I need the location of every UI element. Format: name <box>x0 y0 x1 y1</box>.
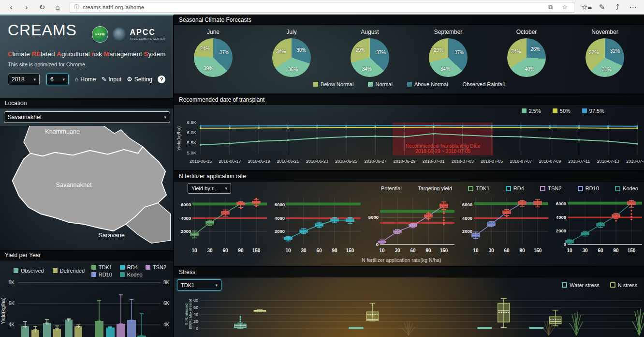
pie-slice-label: 31% <box>600 67 614 72</box>
legend-swatch <box>610 282 615 288</box>
legend-item-n-stress[interactable]: N stress <box>610 282 637 288</box>
svg-text:0 : No stressed: 0 : No stressed <box>185 304 188 325</box>
svg-text:60: 60 <box>504 248 510 253</box>
svg-text:6.5K: 6.5K <box>187 120 196 125</box>
pie-july[interactable]: 30%36%34% <box>272 38 311 77</box>
web-note-pen-icon[interactable]: ✎ <box>595 0 609 14</box>
legend-item-below-normal[interactable]: Below Normal <box>313 81 353 87</box>
svg-text:2018-07-09: 2018-07-09 <box>539 159 561 164</box>
pie-june[interactable]: 37%39%24% <box>194 38 233 77</box>
location-select[interactable]: Savannakhet ▾ <box>4 111 170 123</box>
legend-item-normal[interactable]: Normal <box>368 81 392 87</box>
browser-home-icon[interactable]: ⌂ <box>50 0 65 14</box>
pie-slice-label: 26% <box>528 46 542 52</box>
nav-item-home[interactable]: ⌂Home <box>75 76 96 83</box>
pie-slice-label: 24% <box>198 46 212 51</box>
legend-item-97-5-[interactable]: 97.5% <box>582 108 604 114</box>
legend-item-tdk1[interactable]: TDK1 <box>91 264 112 270</box>
svg-text:2018-06-15: 2018-06-15 <box>190 159 212 164</box>
pie-october[interactable]: 26%40%34% <box>507 38 546 77</box>
svg-text:0: 0 <box>196 326 198 331</box>
share-icon[interactable]: ⤴ <box>610 0 625 14</box>
pie-slice-label: 37% <box>452 50 467 55</box>
fert-chart-rd4[interactable]: 20004000600010306090150 <box>269 194 363 258</box>
yield-per-year-chart[interactable]: 8K8K6K6K4K4KYield(kg/ha) <box>0 280 173 337</box>
nav-item-setting[interactable]: ⚙Setting <box>127 76 152 83</box>
legend-item-tsn2[interactable]: TSN2 <box>540 185 561 191</box>
svg-text:2018-06-29 ~ 2018-07-05: 2018-06-29 ~ 2018-07-05 <box>415 149 470 154</box>
help-button[interactable]: ? <box>158 76 165 83</box>
refresh-icon[interactable]: ↻ <box>35 0 49 14</box>
legend-item-kodeo[interactable]: Kodeo <box>615 185 638 191</box>
fert-chart-tsn2[interactable]: 0500010306090150 <box>363 194 456 258</box>
favorite-star-icon[interactable]: ☆ <box>559 2 570 12</box>
map-label-saravane: Saravane <box>99 232 125 239</box>
pie-month-label: November <box>566 29 644 35</box>
legend-item-50-[interactable]: 50% <box>553 108 571 114</box>
forecast-pie-cell-june: June37%39%24% <box>174 29 252 77</box>
pie-slice-label: 29% <box>353 47 367 53</box>
svg-text:4000: 4000 <box>181 215 191 221</box>
province-map[interactable]: KhammuaneSavannakhetSaravane <box>0 126 173 250</box>
svg-text:2018-07-07: 2018-07-07 <box>510 159 532 164</box>
svg-text:8K: 8K <box>9 280 15 285</box>
legend-label: 2.5% <box>529 108 541 114</box>
svg-text:2000: 2000 <box>556 228 566 233</box>
legend-item-observed[interactable]: Observed <box>14 268 44 274</box>
svg-text:40: 40 <box>193 312 198 317</box>
legend-item-2-5-[interactable]: 2.5% <box>522 108 541 114</box>
fert-metric-select[interactable]: Yield by r... ▾ <box>188 183 231 194</box>
legend-item-observed-rainfall[interactable]: Observed Rainfall <box>463 81 505 87</box>
browser-chrome: ‹ › ↻ ⌂ ⓘ creams.nafri.org.la/home ⧉ ☆ ☆… <box>0 0 644 15</box>
pie-slice-label: 34% <box>438 66 453 72</box>
fert-chart-kodeo[interactable]: 020004000600010306090150 <box>550 194 644 258</box>
url-bar[interactable]: ⓘ creams.nafri.org.la/home ⧉ ☆ <box>70 2 574 13</box>
pie-august[interactable]: 37%34%29% <box>351 38 389 77</box>
fert-metric-select-value: Yield by r... <box>191 185 218 191</box>
svg-text:60: 60 <box>598 248 603 253</box>
legend-item-rd10[interactable]: RD10 <box>578 185 599 191</box>
nafri-logo-label: NAFRI <box>95 33 105 36</box>
more-menu-icon[interactable]: ⋯ <box>626 0 640 14</box>
favorites-bar-icon[interactable]: ☆≡ <box>579 0 594 14</box>
legend-item-above-normal[interactable]: Above Normal <box>407 81 448 87</box>
legend-item-tsn2[interactable]: TSN2 <box>146 264 166 270</box>
page-info-icon[interactable]: ⓘ <box>74 3 79 11</box>
fert-chart-rd10[interactable]: 20004000600010306090150 <box>456 194 550 258</box>
legend-item-rd10[interactable]: RD10 <box>91 272 112 277</box>
sidebar: CREAMS NAFRI APCC APEC CLIMATE CENTER <box>0 15 174 337</box>
svg-text:6000: 6000 <box>462 202 472 207</box>
legend-item-rd4[interactable]: RD4 <box>506 185 524 191</box>
transplant-chart[interactable]: 6.5K6.0K5.5K5.0KYield(kg/ha)Recommended … <box>174 117 644 171</box>
reading-view-icon[interactable]: ⧉ <box>545 2 556 12</box>
legend-item-rd4[interactable]: RD4 <box>120 264 138 270</box>
legend-item-detrended[interactable]: Detrended <box>53 268 85 274</box>
tagline-segment: gricultural <box>61 50 91 58</box>
legend-item-water-stress[interactable]: Water stress <box>562 282 599 288</box>
legend-item-tdk1[interactable]: TDK1 <box>468 185 489 191</box>
stress-chart[interactable]: 0204060800 : No stressed100(%): Max stre… <box>174 291 644 336</box>
tagline-segment: A <box>57 50 61 58</box>
legend-label: Detrended <box>60 268 85 274</box>
forward-icon[interactable]: › <box>19 0 34 14</box>
legend-item-kodeo[interactable]: Kodeo <box>120 272 143 277</box>
map-label-khammuane: Khammuane <box>45 128 80 135</box>
svg-text:90: 90 <box>238 248 244 253</box>
forecast-legend: Below NormalNormalAbove NormalObserved R… <box>174 81 644 87</box>
pie-september[interactable]: 37%34%29% <box>429 38 468 77</box>
legend-swatch <box>540 186 545 191</box>
pie-slice-label: 30% <box>294 47 308 53</box>
nav-item-input[interactable]: ✎Input <box>101 76 121 83</box>
svg-text:2018-07-01: 2018-07-01 <box>423 159 445 164</box>
input-icon: ✎ <box>101 76 106 83</box>
stress-variety-select[interactable]: TDK1 ▾ <box>177 279 221 291</box>
year-select[interactable]: 2018 ▾ <box>8 74 40 85</box>
svg-text:6000: 6000 <box>275 202 285 207</box>
back-icon[interactable]: ‹ <box>4 0 18 14</box>
fert-chart-tdk1[interactable]: 20004000600010306090150 <box>175 194 269 258</box>
pie-november[interactable]: 32%31%37% <box>585 38 624 77</box>
month-select[interactable]: 6 ▾ <box>46 74 69 85</box>
yield-legend-row: RD10Kodeo <box>91 272 166 277</box>
svg-text:90: 90 <box>332 248 337 253</box>
svg-text:150: 150 <box>440 248 448 253</box>
